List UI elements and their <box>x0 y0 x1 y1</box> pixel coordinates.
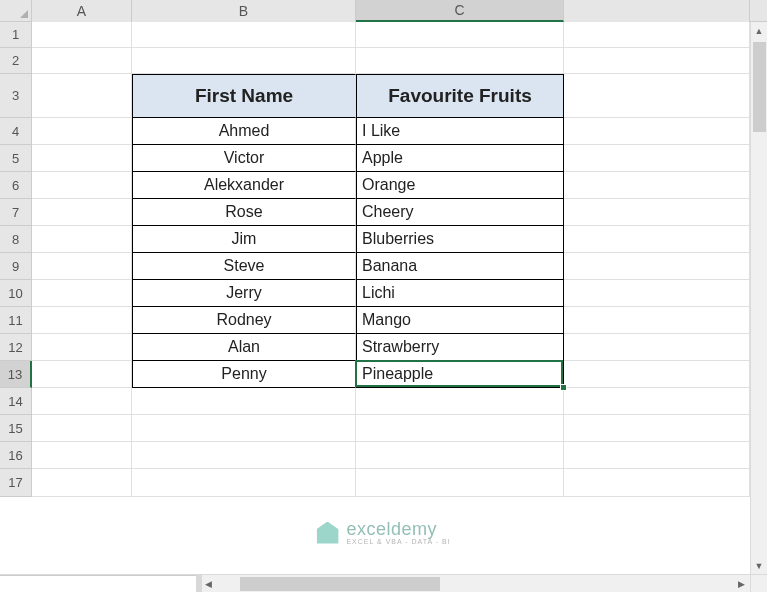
name-8[interactable]: Jim <box>132 226 356 253</box>
cell-B17[interactable] <box>132 469 356 497</box>
fruit-13[interactable]: Pineapple <box>356 361 564 388</box>
row-header-2[interactable]: 2 <box>0 48 32 74</box>
row-header-5[interactable]: 5 <box>0 145 32 172</box>
cell-C2[interactable] <box>356 48 564 74</box>
cell-C14[interactable] <box>356 388 564 415</box>
sheet-tab-area[interactable] <box>0 575 200 592</box>
row-header-1[interactable]: 1 <box>0 22 32 48</box>
fruit-6[interactable]: Orange <box>356 172 564 199</box>
cell-D3[interactable] <box>564 74 750 118</box>
cell-D15[interactable] <box>564 415 750 442</box>
cell-A14[interactable] <box>32 388 132 415</box>
scroll-up-icon[interactable]: ▲ <box>751 22 767 39</box>
cell-D14[interactable] <box>564 388 750 415</box>
name-12[interactable]: Alan <box>132 334 356 361</box>
row-header-6[interactable]: 6 <box>0 172 32 199</box>
fruit-7[interactable]: Cheery <box>356 199 564 226</box>
col-header-C[interactable]: C <box>356 0 564 22</box>
fruit-4[interactable]: I Like <box>356 118 564 145</box>
row-header-10[interactable]: 10 <box>0 280 32 307</box>
name-7[interactable]: Rose <box>132 199 356 226</box>
cell-D12[interactable] <box>564 334 750 361</box>
col-header-B[interactable]: B <box>132 0 356 22</box>
name-13[interactable]: Penny <box>132 361 356 388</box>
cell-D7[interactable] <box>564 199 750 226</box>
cell-A8[interactable] <box>32 226 132 253</box>
row-header-11[interactable]: 11 <box>0 307 32 334</box>
horizontal-scroll-thumb[interactable] <box>240 577 440 591</box>
cell-A2[interactable] <box>32 48 132 74</box>
col-header-blank[interactable] <box>564 0 750 22</box>
cell-A1[interactable] <box>32 22 132 48</box>
fruit-11[interactable]: Mango <box>356 307 564 334</box>
name-4[interactable]: Ahmed <box>132 118 356 145</box>
row-header-7[interactable]: 7 <box>0 199 32 226</box>
cell-C17[interactable] <box>356 469 564 497</box>
name-10[interactable]: Jerry <box>132 280 356 307</box>
name-6[interactable]: Alekxander <box>132 172 356 199</box>
cell-A4[interactable] <box>32 118 132 145</box>
row-header-8[interactable]: 8 <box>0 226 32 253</box>
fruit-12[interactable]: Strawberry <box>356 334 564 361</box>
row-header-14[interactable]: 14 <box>0 388 32 415</box>
cell-C1[interactable] <box>356 22 564 48</box>
col-header-A[interactable]: A <box>32 0 132 22</box>
row-header-15[interactable]: 15 <box>0 415 32 442</box>
cell-A5[interactable] <box>32 145 132 172</box>
cell-A6[interactable] <box>32 172 132 199</box>
cell-D1[interactable] <box>564 22 750 48</box>
name-11[interactable]: Rodney <box>132 307 356 334</box>
row-header-17[interactable]: 17 <box>0 469 32 497</box>
cell-A12[interactable] <box>32 334 132 361</box>
vertical-scroll-thumb[interactable] <box>753 42 766 132</box>
cell-D13[interactable] <box>564 361 750 388</box>
row-header-13[interactable]: 13 <box>0 361 32 388</box>
vertical-scrollbar[interactable]: ▲ ▼ <box>750 22 767 574</box>
cell-C16[interactable] <box>356 442 564 469</box>
cell-D8[interactable] <box>564 226 750 253</box>
cell-D10[interactable] <box>564 280 750 307</box>
header-first-name[interactable]: First Name <box>132 74 356 118</box>
cell-D17[interactable] <box>564 469 750 497</box>
cell-B2[interactable] <box>132 48 356 74</box>
scroll-down-icon[interactable]: ▼ <box>751 557 767 574</box>
cell-B16[interactable] <box>132 442 356 469</box>
cell-A16[interactable] <box>32 442 132 469</box>
cell-A10[interactable] <box>32 280 132 307</box>
horizontal-scrollbar[interactable]: ◀ ▶ <box>200 575 750 592</box>
cell-D11[interactable] <box>564 307 750 334</box>
cell-C15[interactable] <box>356 415 564 442</box>
cell-D4[interactable] <box>564 118 750 145</box>
scroll-right-icon[interactable]: ▶ <box>733 575 750 592</box>
cell-A7[interactable] <box>32 199 132 226</box>
fruit-10[interactable]: Lichi <box>356 280 564 307</box>
cell-D16[interactable] <box>564 442 750 469</box>
row-header-9[interactable]: 9 <box>0 253 32 280</box>
fruit-5[interactable]: Apple <box>356 145 564 172</box>
select-all-corner[interactable] <box>0 0 32 22</box>
tab-split-handle[interactable] <box>196 574 202 592</box>
fruit-8[interactable]: Bluberries <box>356 226 564 253</box>
cell-B15[interactable] <box>132 415 356 442</box>
cell-A15[interactable] <box>32 415 132 442</box>
cell-A17[interactable] <box>32 469 132 497</box>
row-header-3[interactable]: 3 <box>0 74 32 118</box>
row-header-16[interactable]: 16 <box>0 442 32 469</box>
grid-area[interactable]: First NameFavourite FruitsAhmedI LikeVic… <box>32 22 767 592</box>
row-header-12[interactable]: 12 <box>0 334 32 361</box>
cell-A13[interactable] <box>32 361 132 388</box>
cell-B14[interactable] <box>132 388 356 415</box>
cell-B1[interactable] <box>132 22 356 48</box>
fruit-9[interactable]: Banana <box>356 253 564 280</box>
scroll-left-icon[interactable]: ◀ <box>200 575 217 592</box>
cell-A9[interactable] <box>32 253 132 280</box>
cell-D6[interactable] <box>564 172 750 199</box>
name-9[interactable]: Steve <box>132 253 356 280</box>
name-5[interactable]: Victor <box>132 145 356 172</box>
cell-A3[interactable] <box>32 74 132 118</box>
cell-D9[interactable] <box>564 253 750 280</box>
fill-handle[interactable] <box>560 384 567 391</box>
cell-D2[interactable] <box>564 48 750 74</box>
header-fav-fruits[interactable]: Favourite Fruits <box>356 74 564 118</box>
row-header-4[interactable]: 4 <box>0 118 32 145</box>
